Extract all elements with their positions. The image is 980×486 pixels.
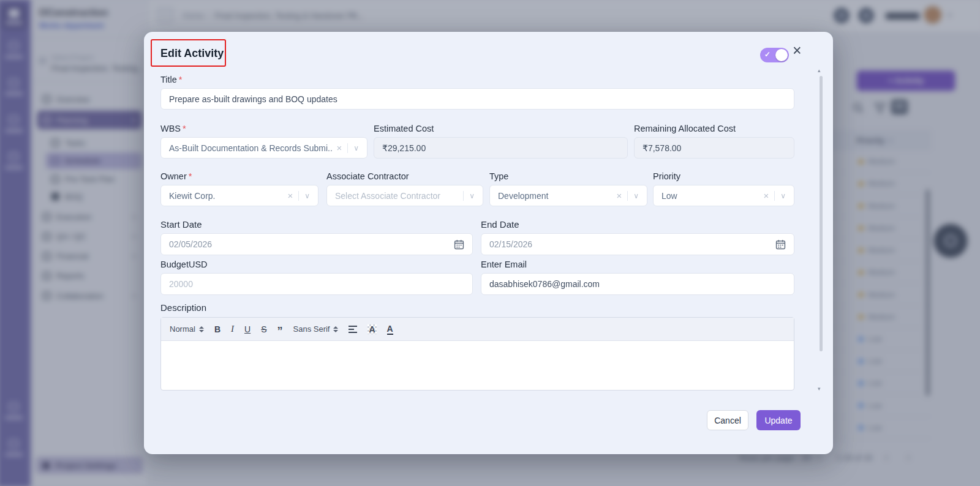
title-input[interactable]: Prepare as-built drawings and BOQ update… xyxy=(160,88,794,110)
calendar-icon[interactable] xyxy=(454,239,464,250)
clear-icon[interactable]: × xyxy=(760,190,774,201)
italic-button[interactable]: I xyxy=(231,324,234,334)
end-date-label: End Date xyxy=(481,219,519,230)
description-editor[interactable]: Normal B I U S ” Sans Serif A A xyxy=(160,317,794,391)
wbs-select[interactable]: As-Built Documentation & Records Submi..… xyxy=(160,137,368,159)
owner-label: Owner* xyxy=(160,171,192,181)
scroll-up-icon[interactable]: ▴ xyxy=(818,67,821,73)
title-label: Title* xyxy=(160,75,183,84)
chevron-down-icon[interactable]: ∨ xyxy=(775,192,786,200)
start-date-input[interactable]: 02/05/2026 xyxy=(160,233,473,255)
edit-activity-modal: Edit Activity ✓ × Title* Prepare as-buil… xyxy=(144,32,833,454)
clear-icon[interactable]: × xyxy=(284,190,298,201)
calendar-icon[interactable] xyxy=(775,239,786,250)
highlight-color-button[interactable]: A xyxy=(368,324,376,334)
clear-icon[interactable]: × xyxy=(333,143,347,153)
start-date-label: Start Date xyxy=(160,219,202,230)
chevron-down-icon[interactable]: ∨ xyxy=(348,144,359,152)
description-label: Description xyxy=(160,302,206,313)
chevron-down-icon[interactable]: ∨ xyxy=(628,192,639,200)
modal-scrollbar[interactable] xyxy=(820,76,823,351)
priority-select[interactable]: Low × ∨ xyxy=(653,185,794,206)
scroll-down-icon[interactable]: ▾ xyxy=(818,386,821,392)
email-label: Enter Email xyxy=(481,260,527,269)
updown-icon xyxy=(333,326,338,332)
underline-button[interactable]: U xyxy=(244,324,251,334)
email-input[interactable]: dasabhisek0786@gmail.com xyxy=(481,273,794,295)
align-button[interactable] xyxy=(349,326,357,333)
app-screen: OConstruction Works department Select Pr… xyxy=(0,0,980,486)
associate-contractor-label: Associate Contractor xyxy=(326,171,409,181)
font-select[interactable]: Sans Serif xyxy=(293,324,339,334)
clear-icon[interactable]: × xyxy=(612,190,627,201)
associate-contractor-select[interactable]: Select Associate Contractor ∨ xyxy=(326,185,483,206)
editor-content[interactable] xyxy=(161,341,794,390)
bold-button[interactable]: B xyxy=(214,324,221,334)
text-color-button[interactable]: A xyxy=(387,324,393,335)
remaining-cost-field: ₹7,578.00 xyxy=(634,137,794,159)
update-button[interactable]: Update xyxy=(756,410,801,430)
active-toggle[interactable]: ✓ xyxy=(760,48,789,62)
updown-icon xyxy=(199,326,204,332)
priority-label: Priority xyxy=(653,171,680,181)
wbs-label: WBS* xyxy=(160,124,186,133)
owner-select[interactable]: Kiewit Corp. × ∨ xyxy=(160,185,318,206)
close-icon[interactable]: × xyxy=(793,43,802,58)
estimated-cost-label: Estimated Cost xyxy=(374,124,434,133)
cancel-button[interactable]: Cancel xyxy=(707,410,748,430)
remaining-cost-label: Remaining Allocated Cost xyxy=(634,124,736,133)
format-select[interactable]: Normal xyxy=(170,324,204,334)
check-icon: ✓ xyxy=(764,50,771,59)
end-date-input[interactable]: 02/15/2026 xyxy=(481,233,794,255)
type-label: Type xyxy=(489,171,508,181)
editor-toolbar: Normal B I U S ” Sans Serif A A xyxy=(161,318,794,341)
strikethrough-button[interactable]: S xyxy=(261,324,266,334)
type-select[interactable]: Development × ∨ xyxy=(489,185,647,206)
budget-input[interactable]: 20000 xyxy=(160,273,473,295)
chevron-down-icon[interactable]: ∨ xyxy=(299,192,310,200)
estimated-cost-field: ₹29,215.00 xyxy=(374,137,628,159)
modal-title: Edit Activity xyxy=(160,47,224,60)
chevron-down-icon[interactable]: ∨ xyxy=(464,192,475,200)
blockquote-button[interactable]: ” xyxy=(277,329,283,334)
budget-label: BudgetUSD xyxy=(160,260,208,269)
